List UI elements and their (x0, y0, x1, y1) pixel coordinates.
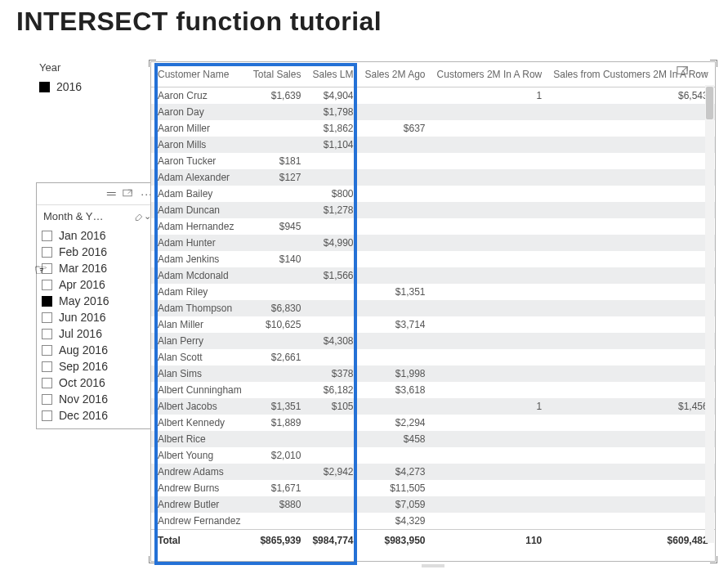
checkbox-icon[interactable] (42, 345, 52, 356)
table-row[interactable]: Alan Sims$378$1,998 (151, 365, 715, 382)
month-slicer-item[interactable]: Jun 2016 (42, 309, 153, 325)
col-total-sales[interactable]: Total Sales (247, 62, 306, 87)
month-slicer-item[interactable]: Oct 2016 (42, 374, 153, 391)
table-row[interactable]: Andrew Fernandez$4,329 (151, 513, 715, 530)
col-sales-2m-ago[interactable]: Sales 2M Ago (359, 62, 431, 87)
cell-customer-name: Alan Miller (151, 316, 247, 333)
cell-sales-2m (359, 169, 431, 186)
drag-handle-icon[interactable]: == (106, 188, 114, 200)
cell-sales-2m (359, 267, 431, 284)
cell-total-sales: $10,625 (247, 316, 306, 333)
cell-total-sales: $181 (247, 153, 306, 169)
scrollbar-thumb[interactable] (706, 87, 713, 119)
cell-customer-name: Aaron Day (151, 104, 247, 120)
month-slicer-item[interactable]: May 2016 (42, 293, 153, 309)
month-slicer-item[interactable]: Mar 2016 (42, 260, 153, 276)
checkbox-icon[interactable] (39, 82, 50, 92)
checkbox-icon[interactable] (42, 312, 52, 323)
checkbox-icon[interactable] (42, 378, 52, 388)
cell-customer-name: Andrew Adams (151, 464, 247, 480)
eraser-icon[interactable] (134, 212, 144, 222)
cell-total-sales (247, 333, 306, 349)
cell-customer-name: Albert Rice (151, 431, 247, 447)
cell-sf2m (547, 251, 712, 267)
cell-c2m (431, 349, 547, 365)
cell-total-sales: $1,351 (247, 398, 306, 415)
col-customers-2m-row[interactable]: Customers 2M In A Row (431, 62, 547, 87)
table-row[interactable]: Alan Scott$2,661 (151, 349, 715, 365)
checkbox-icon[interactable] (42, 394, 52, 405)
month-slicer-item[interactable]: Jan 2016 (42, 227, 153, 244)
checkbox-icon[interactable] (42, 296, 52, 307)
cell-c2m (431, 513, 547, 530)
cell-total-sales (247, 235, 306, 251)
cell-customer-name: Albert Young (151, 447, 247, 464)
table-row[interactable]: Adam Alexander$127 (151, 169, 715, 186)
table-row[interactable]: Albert Jacobs$1,351$1051$1,456 (151, 398, 715, 415)
checkbox-icon[interactable] (42, 410, 52, 421)
cell-sf2m: $6,543 (547, 87, 712, 105)
checkbox-icon[interactable] (42, 247, 52, 258)
table-row[interactable]: Aaron Miller$1,862$637 (151, 120, 715, 137)
total-total-sales: $865,939 (247, 530, 306, 552)
table-row[interactable]: Alan Perry$4,308 (151, 333, 715, 349)
table-row[interactable]: Albert Rice$458 (151, 431, 715, 447)
table-row[interactable]: Adam Riley$1,351 (151, 284, 715, 300)
month-slicer-item-label: Jun 2016 (59, 311, 106, 324)
total-sf2m: $609,482 (547, 530, 712, 552)
table-row[interactable]: Adam Hunter$4,990 (151, 235, 715, 251)
cell-total-sales (247, 513, 306, 530)
year-slicer-item[interactable]: 2016 (39, 78, 137, 95)
month-slicer-item[interactable]: Nov 2016 (42, 391, 153, 407)
page-title: INTERSECT function tutorial (16, 7, 713, 37)
table-row[interactable]: Aaron Tucker$181 (151, 153, 715, 169)
checkbox-icon[interactable] (42, 280, 52, 290)
checkbox-icon[interactable] (42, 263, 52, 274)
table-row[interactable]: Andrew Adams$2,942$4,273 (151, 464, 715, 480)
table-row[interactable]: Alan Miller$10,625$3,714 (151, 316, 715, 333)
col-sales-lm[interactable]: Sales LM (306, 62, 358, 87)
table-row[interactable]: Adam Hernandez$945 (151, 218, 715, 235)
month-slicer-item[interactable]: Sep 2016 (42, 358, 153, 374)
cell-sf2m (547, 333, 712, 349)
cell-customer-name: Andrew Butler (151, 496, 247, 513)
cell-total-sales: $140 (247, 251, 306, 267)
table-row[interactable]: Andrew Butler$880$7,059 (151, 496, 715, 513)
col-customer-name[interactable]: Customer Name (151, 62, 247, 87)
table-row[interactable]: Andrew Burns$1,671$11,505 (151, 480, 715, 496)
table-row[interactable]: Albert Young$2,010 (151, 447, 715, 464)
drag-handle-bottom-icon[interactable] (422, 556, 444, 559)
cell-c2m (431, 267, 547, 284)
cell-total-sales (247, 382, 306, 398)
checkbox-icon[interactable] (42, 231, 52, 241)
table-row[interactable]: Aaron Cruz$1,639$4,9041$6,543 (151, 87, 715, 105)
table-row[interactable]: Adam Thompson$6,830 (151, 300, 715, 316)
month-slicer-item[interactable]: Feb 2016 (42, 244, 153, 260)
year-slicer-title: Year (39, 61, 137, 74)
table-row[interactable]: Albert Kennedy$1,889$2,294 (151, 415, 715, 431)
cell-sales-lm: $800 (306, 186, 358, 202)
month-slicer-item[interactable]: Apr 2016 (42, 276, 153, 293)
focus-mode-icon[interactable] (123, 186, 132, 201)
more-options-icon[interactable]: ··· (696, 65, 708, 78)
table-row[interactable]: Adam Mcdonald$1,566 (151, 267, 715, 284)
table-row[interactable]: Adam Bailey$800 (151, 186, 715, 202)
checkbox-icon[interactable] (42, 329, 52, 339)
total-c2m: 110 (431, 530, 547, 552)
month-slicer-item[interactable]: Dec 2016 (42, 407, 153, 424)
cell-sales-lm: $1,862 (306, 120, 358, 137)
table-row[interactable]: Aaron Day$1,798 (151, 104, 715, 120)
table-row[interactable]: Adam Duncan$1,278 (151, 202, 715, 218)
table-row[interactable]: Aaron Mills$1,104 (151, 137, 715, 153)
month-slicer-item[interactable]: Aug 2016 (42, 342, 153, 358)
cell-c2m (431, 104, 547, 120)
focus-mode-icon[interactable] (677, 65, 688, 79)
vertical-scrollbar[interactable] (705, 85, 714, 543)
month-slicer-item-label: Jan 2016 (59, 229, 106, 242)
year-slicer-item-label: 2016 (56, 80, 82, 93)
table-row[interactable]: Albert Cunningham$6,182$3,618 (151, 382, 715, 398)
month-slicer-item[interactable]: Jul 2016 (42, 325, 153, 342)
table-row[interactable]: Adam Jenkins$140 (151, 251, 715, 267)
customer-table-visual[interactable]: ··· Customer Name Total Sales Sales LM S… (150, 61, 716, 562)
checkbox-icon[interactable] (42, 361, 52, 372)
